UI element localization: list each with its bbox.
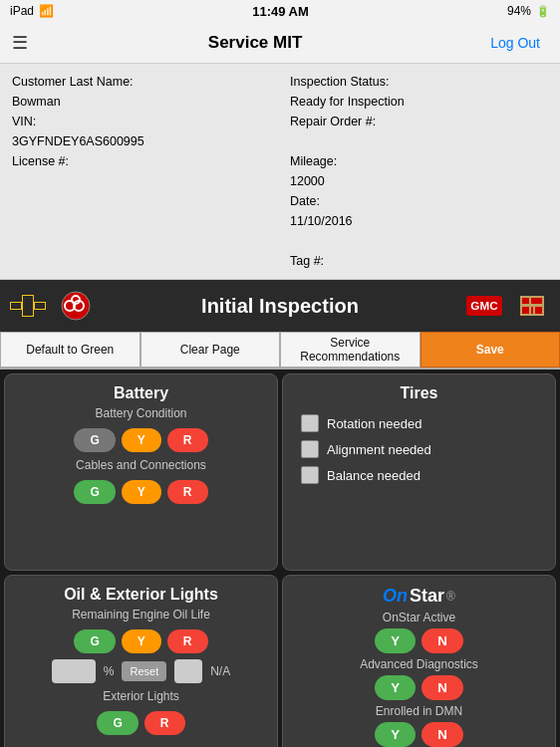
- customer-info: Customer Last Name: Bowman VIN: 3GYFNDEY…: [0, 64, 560, 280]
- svg-rect-13: [522, 298, 530, 305]
- percent-input-box[interactable]: [52, 659, 96, 683]
- default-to-green-button[interactable]: Default to Green: [0, 332, 140, 368]
- vin-label: VIN:: [12, 112, 270, 131]
- buick-logo: [58, 288, 94, 324]
- balance-checkbox[interactable]: [301, 466, 319, 484]
- onstar-n-button[interactable]: N: [421, 628, 463, 653]
- mileage-label: Mileage:: [290, 151, 548, 171]
- exterior-lights-toggles: G R: [15, 711, 267, 735]
- license-label: License #:: [12, 151, 270, 171]
- battery-r-button[interactable]: R: [167, 428, 208, 452]
- gmc-logo: GMC: [466, 288, 502, 324]
- carrier-label: iPad: [10, 4, 34, 18]
- inspection-status-label: Inspection Status:: [290, 72, 548, 92]
- date-row: Date: 11/10/2016 Tag #:: [290, 191, 548, 271]
- oil-g-button[interactable]: G: [74, 629, 115, 653]
- status-right: 94% 🔋: [507, 4, 550, 18]
- cables-g-button[interactable]: G: [74, 480, 115, 504]
- oil-r-button[interactable]: R: [167, 629, 208, 653]
- tag-label: Tag #:: [290, 251, 548, 271]
- brand-header: Initial Inspection GMC: [0, 280, 560, 332]
- star-text: Star: [410, 586, 444, 607]
- last-name-label: Customer Last Name:: [12, 72, 270, 92]
- last-name-value: Bowman: [12, 92, 270, 112]
- cables-label: Cables and Connections: [15, 458, 267, 472]
- alignment-row: Alignment needed: [293, 440, 545, 458]
- inspection-title: Initial Inspection: [106, 295, 454, 318]
- onstar-header: On Star ®: [293, 586, 545, 607]
- exterior-lights-label: Exterior Lights: [15, 689, 267, 703]
- clear-page-button[interactable]: Clear Page: [140, 332, 281, 368]
- rotation-checkbox[interactable]: [301, 414, 319, 432]
- repair-order-row: Repair Order #: Mileage: 12000: [290, 112, 548, 191]
- mileage-value: 12000: [290, 171, 548, 191]
- lights-r-button[interactable]: R: [144, 711, 185, 735]
- alignment-label: Alignment needed: [327, 442, 431, 457]
- svg-rect-18: [520, 304, 544, 306]
- vin-value: 3GYFNDEY6AS600995: [12, 131, 270, 151]
- svg-rect-3: [23, 296, 33, 316]
- app-title: Service MIT: [208, 33, 303, 53]
- onstar-active-label: OnStar Active: [293, 611, 545, 624]
- oil-lights-card: Oil & Exterior Lights Remaining Engine O…: [4, 575, 278, 747]
- main-grid: Battery Battery Condition G Y R Cables a…: [0, 370, 560, 747]
- save-button[interactable]: Save: [420, 332, 561, 368]
- engine-oil-toggles: G Y R: [15, 629, 267, 653]
- service-recommendations-button[interactable]: ServiceRecommendations: [280, 332, 420, 368]
- status-left: iPad 📶: [10, 4, 54, 18]
- status-bar: iPad 📶 11:49 AM 94% 🔋: [0, 0, 560, 22]
- cadillac-logo: [514, 288, 550, 324]
- date-label: Date:: [290, 191, 548, 211]
- engine-oil-label: Remaining Engine Oil Life: [15, 608, 267, 622]
- advanced-diagnostics-label: Advanced Diagnostics: [293, 657, 545, 671]
- enrolled-dmn-toggles: Y N: [293, 722, 545, 747]
- svg-rect-15: [522, 307, 533, 314]
- adv-y-button[interactable]: Y: [375, 675, 416, 700]
- registered-mark: ®: [446, 590, 455, 604]
- status-time: 11:49 AM: [252, 4, 309, 19]
- oil-lights-title: Oil & Exterior Lights: [15, 586, 267, 604]
- dmn-n-button[interactable]: N: [421, 722, 463, 747]
- lights-g-button[interactable]: G: [97, 711, 138, 735]
- repair-order-label: Repair Order #:: [290, 112, 548, 131]
- battery-label: 94%: [507, 4, 531, 18]
- tires-card: Tires Rotation needed Alignment needed B…: [282, 374, 556, 571]
- battery-condition-toggles: G Y R: [15, 428, 267, 452]
- reset-button[interactable]: Reset: [122, 661, 166, 681]
- balance-label: Balance needed: [327, 468, 420, 483]
- oil-y-button[interactable]: Y: [122, 629, 161, 653]
- wifi-icon: 📶: [39, 4, 54, 18]
- battery-card: Battery Battery Condition G Y R Cables a…: [4, 374, 278, 571]
- on-text: On: [383, 586, 408, 607]
- battery-g-button[interactable]: G: [74, 428, 115, 452]
- hamburger-icon[interactable]: ☰: [12, 32, 28, 54]
- battery-condition-label: Battery Condition: [15, 406, 267, 420]
- enrolled-dmn-label: Enrolled in DMN: [293, 704, 545, 718]
- license-row: License #:: [12, 151, 270, 171]
- svg-rect-16: [535, 307, 542, 314]
- rotation-row: Rotation needed: [293, 414, 545, 432]
- logout-button[interactable]: Log Out: [482, 31, 548, 55]
- battery-icon: 🔋: [536, 5, 550, 18]
- dmn-y-button[interactable]: Y: [375, 722, 416, 747]
- svg-rect-4: [11, 303, 21, 309]
- svg-text:GMC: GMC: [470, 300, 498, 313]
- cables-toggles: G Y R: [15, 480, 267, 504]
- adv-n-button[interactable]: N: [421, 675, 463, 700]
- cables-y-button[interactable]: Y: [122, 480, 161, 504]
- inspection-status-value: Ready for Inspection: [290, 92, 548, 112]
- svg-rect-14: [531, 298, 542, 305]
- advanced-diagnostics-toggles: Y N: [293, 675, 545, 700]
- onstar-y-button[interactable]: Y: [375, 628, 416, 653]
- percent-label: %: [104, 664, 115, 678]
- vin-row: VIN: 3GYFNDEY6AS600995: [12, 112, 270, 151]
- toolbar: Default to Green Clear Page ServiceRecom…: [0, 332, 560, 370]
- alignment-checkbox[interactable]: [301, 440, 319, 458]
- cables-r-button[interactable]: R: [167, 480, 208, 504]
- battery-title: Battery: [15, 384, 267, 402]
- na-label: N/A: [210, 664, 230, 678]
- svg-rect-5: [35, 303, 45, 309]
- onstar-active-toggles: Y N: [293, 628, 545, 653]
- onstar-card: On Star ® OnStar Active Y N Advanced Dia…: [282, 575, 556, 747]
- battery-y-button[interactable]: Y: [122, 428, 161, 452]
